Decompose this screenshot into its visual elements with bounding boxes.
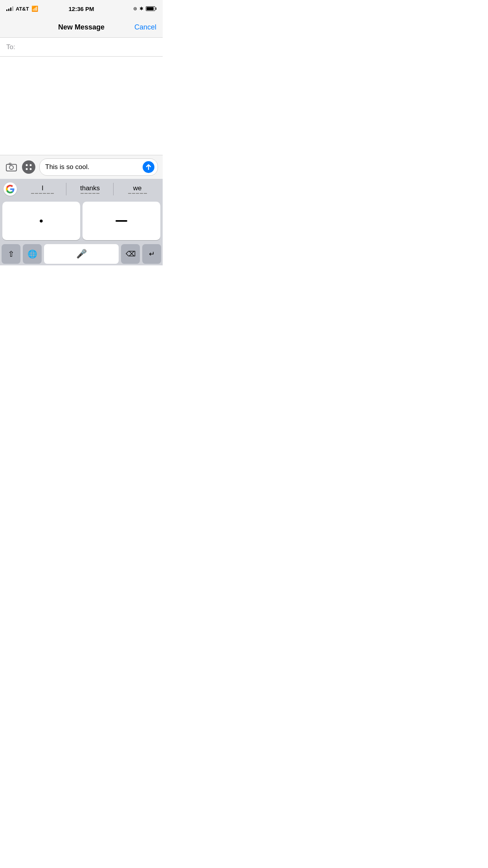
delete-button[interactable]: ⌫ <box>121 244 140 264</box>
status-time: 12:36 PM <box>68 6 94 12</box>
google-button[interactable] <box>2 180 19 198</box>
dot-key[interactable]: • <box>2 202 80 240</box>
predictive-item-thanks[interactable]: thanks <box>66 179 114 199</box>
predictive-item-we[interactable]: we <box>114 179 161 199</box>
delete-icon: ⌫ <box>126 250 136 258</box>
page-title: New Message <box>58 23 105 31</box>
status-left: AT&T 📶 <box>6 6 38 12</box>
predictive-word: thanks <box>80 184 100 192</box>
svg-point-4 <box>30 164 32 166</box>
svg-point-6 <box>30 168 32 170</box>
to-field[interactable]: To: <box>0 38 163 57</box>
message-input-area <box>0 155 163 179</box>
predictive-word: I <box>42 184 44 192</box>
google-logo <box>4 182 17 196</box>
to-input[interactable] <box>18 43 156 51</box>
return-button[interactable]: ↵ <box>142 244 161 264</box>
wifi-icon: 📶 <box>31 6 38 12</box>
status-bar: AT&T 📶 12:36 PM ⊛ ✱ <box>0 0 163 17</box>
lock-icon: ⊛ <box>133 6 137 11</box>
to-label: To: <box>6 43 15 51</box>
camera-button[interactable] <box>5 160 18 174</box>
predictive-bar: I thanks we <box>0 179 163 199</box>
predictive-suggestions: I thanks we <box>19 179 161 199</box>
keyboard-area: • ⇧ 🌐 🎤 ⌫ ↵ <box>0 199 163 265</box>
carrier-label: AT&T <box>16 6 29 12</box>
cancel-button[interactable]: Cancel <box>134 23 156 31</box>
globe-button[interactable]: 🌐 <box>23 244 42 264</box>
message-input-wrap <box>39 158 158 176</box>
battery-icon <box>146 6 156 11</box>
microphone-icon: 🎤 <box>76 249 87 259</box>
predictive-underline <box>128 193 147 194</box>
status-right: ⊛ ✱ <box>133 6 156 11</box>
bluetooth-icon: ✱ <box>139 6 143 11</box>
svg-point-3 <box>26 164 28 166</box>
signal-bars-icon <box>6 6 13 11</box>
bottom-keyboard-row: ⇧ 🌐 🎤 ⌫ ↵ <box>0 243 163 265</box>
send-button[interactable] <box>143 161 154 173</box>
predictive-underline <box>31 193 54 194</box>
dash-symbol <box>116 220 127 222</box>
navigation-bar: New Message Cancel <box>0 17 163 38</box>
dot-symbol: • <box>39 215 43 227</box>
predictive-item-i[interactable]: I <box>19 179 66 199</box>
return-icon: ↵ <box>149 250 155 258</box>
svg-point-5 <box>26 168 28 170</box>
globe-icon: 🌐 <box>28 249 37 259</box>
microphone-button[interactable]: 🎤 <box>44 244 119 264</box>
shift-button[interactable]: ⇧ <box>2 244 20 264</box>
special-keys-row: • <box>0 199 163 243</box>
predictive-word: we <box>133 184 142 192</box>
message-input[interactable] <box>45 163 139 171</box>
message-body[interactable] <box>0 57 163 155</box>
apps-button[interactable] <box>22 160 35 174</box>
predictive-underline <box>81 193 99 194</box>
dash-key[interactable] <box>83 202 160 240</box>
svg-point-1 <box>9 166 13 169</box>
shift-icon: ⇧ <box>8 249 15 259</box>
